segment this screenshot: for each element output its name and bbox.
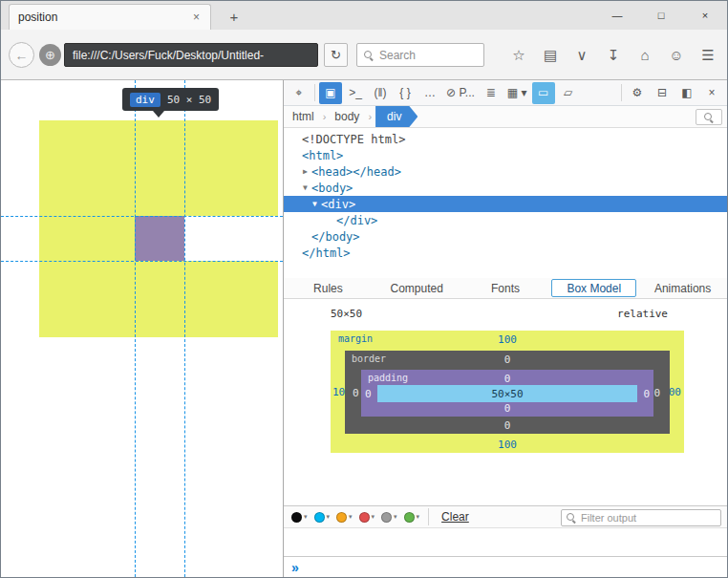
margin-bottom-value[interactable]: 100 — [331, 439, 684, 451]
console-filter-css[interactable]: ▾ — [314, 512, 331, 523]
close-devtools-icon[interactable]: × — [700, 82, 723, 104]
sidebar-tabs: Rules Computed Fonts Box Model Animation… — [284, 278, 727, 299]
caret-down-icon[interactable]: ▾ — [327, 513, 331, 521]
caret-down-icon[interactable]: ▾ — [417, 513, 420, 521]
net-filter-dot-icon[interactable] — [291, 512, 302, 523]
box-model-panel: 50×50 relative margin 100 100 100 100 bo… — [284, 299, 727, 505]
browser-tab[interactable]: position × — [9, 4, 211, 30]
bookmarks-menu-icon[interactable]: ▤ — [537, 43, 564, 67]
downloads-icon[interactable]: ↧ — [600, 43, 627, 67]
console-input-row[interactable]: » — [284, 556, 727, 577]
tab-rules[interactable]: Rules — [286, 279, 371, 297]
console-filter-security[interactable]: ▾ — [359, 512, 375, 523]
url-bar[interactable]: file:///C:/Users/Fuck/Desktop/Untitled- — [64, 43, 318, 67]
responsive-mode-icon[interactable]: ▭ — [532, 82, 555, 104]
search-input[interactable]: Search — [356, 43, 484, 67]
padding-bottom-value[interactable]: 0 — [361, 402, 653, 415]
border-left-value[interactable]: 0 — [353, 386, 359, 398]
style-editor-tab-icon[interactable]: ≣ — [480, 82, 503, 104]
tab-computed[interactable]: Computed — [375, 279, 460, 297]
markup-row[interactable]: ▶<head></head> — [284, 163, 727, 180]
twisty-icon[interactable]: ▶ — [299, 167, 311, 176]
breadcrumb-item-div[interactable]: div — [375, 106, 418, 127]
storage-tab-icon[interactable]: ▦ ▾ — [504, 82, 530, 104]
server-filter-dot-icon[interactable] — [404, 512, 415, 523]
border-top-value[interactable]: 0 — [345, 353, 670, 366]
security-filter-dot-icon[interactable] — [359, 512, 370, 523]
breadcrumb-item-body[interactable]: body — [326, 110, 368, 123]
close-button[interactable]: × — [683, 1, 727, 29]
scratchpad-icon[interactable]: ▱ — [557, 82, 580, 104]
caret-down-icon[interactable]: ▾ — [304, 513, 308, 521]
border-right-value[interactable]: 0 — [653, 386, 660, 398]
debugger-tab-icon[interactable]: { } — [394, 82, 417, 104]
clear-console-button[interactable]: Clear — [441, 510, 469, 524]
console-tab-icon[interactable]: >_ — [344, 82, 367, 104]
maximize-button[interactable]: □ — [639, 1, 683, 29]
box-model-content[interactable]: 50×50 — [377, 385, 637, 402]
padding-top-value[interactable]: 0 — [361, 373, 653, 385]
bookmark-star-icon[interactable]: ☆ — [505, 43, 532, 67]
node-infobar-dimensions: 50 × 50 — [167, 94, 211, 106]
tab-animations[interactable]: Animations — [640, 279, 725, 297]
inspector-tab-icon[interactable]: ▣ — [319, 82, 342, 104]
markup-search-button[interactable] — [696, 109, 722, 125]
reload-button[interactable]: ↻ — [324, 43, 348, 67]
markup-row[interactable]: </div> — [284, 212, 727, 228]
back-button[interactable]: ← — [9, 42, 34, 68]
settings-gear-icon[interactable]: ⚙ — [626, 82, 649, 104]
markup-row[interactable]: <!DOCTYPE html> — [284, 131, 727, 147]
markup-text: <html> — [302, 149, 343, 162]
css-filter-dot-icon[interactable] — [314, 512, 325, 523]
padding-left-value[interactable]: 0 — [365, 387, 372, 399]
devtools-panel: ⌖ ▣ >_ (‖) { } … ⊘ P... ≣ ▦ ▾ ▭ ▱ ⚙ ⊟ ◧ … — [284, 80, 727, 577]
navigation-toolbar: ← ⊕ file:///C:/Users/Fuck/Desktop/Untitl… — [1, 30, 727, 80]
dock-side-icon[interactable]: ◧ — [675, 82, 698, 104]
console-filter-input[interactable]: Filter output — [561, 509, 721, 526]
pick-element-icon[interactable]: ⌖ — [288, 82, 310, 104]
caret-down-icon[interactable]: ▾ — [349, 513, 353, 521]
performance-tab-icon[interactable]: (‖) — [369, 82, 392, 104]
console-filter-net[interactable]: ▾ — [291, 512, 308, 523]
box-model-padding-layer[interactable]: padding 0 0 0 0 50×50 — [361, 370, 653, 417]
markup-row[interactable]: </html> — [284, 245, 727, 261]
site-identity-globe-icon[interactable]: ⊕ — [39, 44, 61, 66]
dock-window-icon[interactable]: ⊟ — [651, 82, 674, 104]
markup-row[interactable]: ▼<body> — [284, 180, 727, 196]
tab-box-model[interactable]: Box Model — [551, 279, 636, 297]
markup-row[interactable]: </body> — [284, 228, 727, 245]
twisty-icon[interactable]: ▼ — [299, 183, 311, 192]
box-model-margin-layer[interactable]: margin 100 100 100 100 border 0 0 0 0 pa… — [331, 331, 684, 453]
markup-text: <body> — [311, 182, 353, 195]
page-viewport: div 50 × 50 — [1, 80, 284, 577]
new-tab-button[interactable]: + — [222, 7, 246, 27]
node-infobar-arrow — [153, 111, 164, 118]
home-icon[interactable]: ⌂ — [632, 43, 658, 67]
tab-close-icon[interactable]: × — [191, 11, 202, 24]
twisty-icon[interactable]: ▼ — [309, 200, 321, 208]
markup-row[interactable]: <html> — [284, 147, 727, 163]
caret-down-icon[interactable]: ▾ — [394, 513, 397, 521]
minimize-button[interactable]: — — [595, 1, 639, 29]
logging-filter-dot-icon[interactable] — [381, 512, 392, 523]
padding-right-value[interactable]: 0 — [643, 387, 650, 399]
console-filter-js[interactable]: ▾ — [336, 512, 353, 523]
tab-fonts[interactable]: Fonts — [463, 279, 548, 297]
box-model-border-layer[interactable]: border 0 0 0 0 padding 0 0 0 0 50×50 — [345, 351, 670, 434]
hello-smiley-icon[interactable]: ☺ — [663, 43, 690, 67]
console-filter-server[interactable]: ▾ — [404, 512, 420, 523]
border-bottom-value[interactable]: 0 — [345, 419, 670, 432]
console-filter-logging[interactable]: ▾ — [381, 512, 397, 523]
caret-down-icon[interactable]: ▾ — [372, 513, 375, 521]
pocket-icon[interactable]: ∨ — [568, 43, 595, 67]
margin-top-value[interactable]: 100 — [331, 333, 684, 346]
markup-row-selected[interactable]: ▼<div> — [284, 196, 727, 212]
breadcrumb-item-html[interactable]: html — [284, 110, 323, 123]
yellow-block-bottom — [39, 261, 278, 337]
memory-tab-icon[interactable]: ⊘ P... — [443, 82, 478, 104]
more-tools-icon[interactable]: … — [418, 82, 441, 104]
node-infobar: div 50 × 50 — [122, 88, 219, 111]
js-filter-dot-icon[interactable] — [336, 512, 347, 523]
markup-text: <div> — [321, 198, 355, 211]
menu-hamburger-icon[interactable]: ☰ — [695, 43, 721, 67]
